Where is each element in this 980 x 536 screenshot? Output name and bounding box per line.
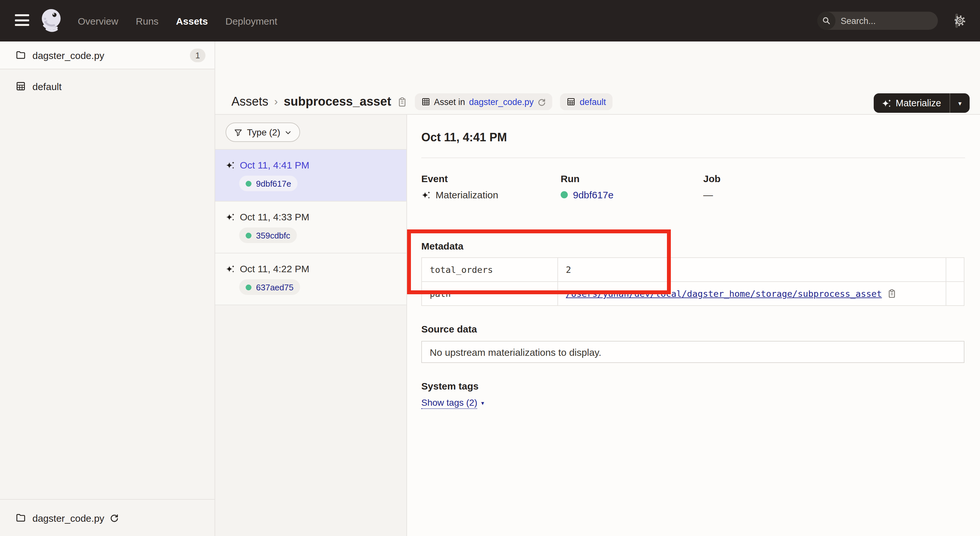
- sidebar-item-group-default[interactable]: default: [0, 75, 215, 97]
- asset-in-prefix: Asset in: [434, 97, 465, 107]
- top-nav: Overview Runs Assets Deployment /: [0, 0, 980, 41]
- events-list-panel: Type (2) Oct 11, 4:41 PM 9dbf617e: [215, 115, 407, 536]
- sidebar-footer-label: dagster_code.py: [32, 512, 104, 523]
- run-id-link[interactable]: 359cdbfc: [256, 231, 290, 240]
- sidebar-item-code-location[interactable]: dagster_code.py 1: [0, 41, 215, 69]
- event-row[interactable]: Oct 11, 4:33 PM 359cdbfc: [215, 202, 406, 253]
- run-id-link[interactable]: 9dbf617e: [256, 178, 291, 188]
- event-timestamp[interactable]: Oct 11, 4:33 PM: [240, 211, 310, 222]
- materialization-sparkle-icon: [226, 264, 235, 273]
- sidebar-footer-code-location[interactable]: dagster_code.py: [0, 499, 215, 536]
- breadcrumb-separator: ›: [274, 95, 278, 108]
- asset-group-icon: [16, 81, 26, 91]
- nav-item-deployment[interactable]: Deployment: [226, 15, 277, 26]
- event-timestamp[interactable]: Oct 11, 4:41 PM: [240, 159, 310, 170]
- metadata-heading: Metadata: [421, 240, 463, 251]
- materialize-split-button: Materialize ▾: [874, 93, 970, 113]
- sidebar: dagster_code.py 1 default dagster_code.p…: [0, 41, 215, 536]
- materialization-sparkle-icon: [226, 212, 235, 221]
- run-success-dot: [246, 284, 251, 290]
- job-value: —: [703, 189, 713, 200]
- breadcrumb-assets-link[interactable]: Assets: [231, 95, 268, 109]
- page-title-asset-name: subprocess_asset: [283, 95, 391, 109]
- table-row: path /Users/yuhan/dev/local/dagster_home…: [422, 282, 964, 305]
- asset-group-tag: default: [560, 93, 612, 110]
- dagster-app: Overview Runs Assets Deployment / dagste…: [0, 0, 980, 536]
- type-filter-button[interactable]: Type (2): [226, 122, 301, 142]
- group-default-link[interactable]: default: [580, 97, 606, 107]
- search-icon: [817, 12, 835, 30]
- system-tags-heading: System tags: [421, 380, 479, 391]
- run-success-dot: [246, 232, 251, 238]
- filter-funnel-icon: [234, 128, 242, 137]
- nav-item-runs[interactable]: Runs: [136, 15, 159, 26]
- show-tags-toggle[interactable]: Show tags (2) ▾: [421, 397, 484, 409]
- sidebar-group-label: default: [32, 81, 62, 92]
- event-row[interactable]: Oct 11, 4:22 PM 637aed75: [215, 253, 406, 305]
- dagster-logo[interactable]: [37, 6, 67, 36]
- grid-icon: [421, 97, 430, 106]
- nav-item-assets[interactable]: Assets: [176, 15, 208, 26]
- metadata-key: path: [422, 282, 558, 305]
- materialize-dropdown-button[interactable]: ▾: [950, 93, 970, 113]
- event-type-text: Materialization: [436, 189, 498, 200]
- run-id-pill[interactable]: 9dbf617e: [239, 176, 298, 191]
- search-input[interactable]: [835, 16, 955, 25]
- metadata-extra-cell: [946, 258, 964, 281]
- event-type-value: Materialization: [421, 189, 498, 200]
- event-detail-title: Oct 11, 4:41 PM: [421, 131, 507, 145]
- metadata-value: /Users/yuhan/dev/local/dagster_home/stor…: [558, 282, 946, 305]
- code-location-link[interactable]: dagster_code.py: [469, 97, 534, 107]
- event-detail-panel: Oct 11, 4:41 PM Event Run Job Materializ…: [408, 115, 980, 536]
- show-tags-label: Show tags (2): [421, 397, 477, 409]
- run-id-link[interactable]: 637aed75: [256, 282, 294, 292]
- refresh-icon[interactable]: [538, 97, 546, 106]
- materialize-button[interactable]: Materialize: [874, 93, 950, 113]
- materialization-sparkle-icon: [421, 190, 430, 199]
- copy-path-icon[interactable]: [887, 288, 896, 299]
- job-column-label: Job: [703, 173, 721, 184]
- run-column-label: Run: [561, 173, 579, 184]
- folder-icon: [16, 50, 26, 60]
- run-value: 9dbf617e: [561, 189, 614, 200]
- metadata-table: total_orders 2 path /Users/yuhan/dev/loc…: [421, 257, 964, 306]
- path-link[interactable]: /Users/yuhan/dev/local/dagster_home/stor…: [566, 288, 882, 299]
- search-box[interactable]: /: [817, 12, 938, 30]
- filter-bar: Type (2): [215, 115, 406, 150]
- event-timestamp[interactable]: Oct 11, 4:22 PM: [240, 263, 310, 274]
- source-data-empty-box: No upstream materializations to display.: [421, 341, 964, 363]
- source-data-heading: Source data: [421, 323, 477, 334]
- nav-item-overview[interactable]: Overview: [78, 15, 118, 26]
- asset-location-tag: Asset in dagster_code.py: [415, 93, 552, 110]
- table-row: total_orders 2: [422, 258, 964, 282]
- sparkle-icon: [881, 98, 891, 108]
- materialize-label: Materialize: [896, 98, 941, 108]
- run-success-dot: [561, 191, 568, 198]
- copy-asset-name-icon[interactable]: [397, 96, 407, 107]
- run-success-dot: [246, 180, 251, 186]
- type-filter-label: Type (2): [247, 127, 280, 137]
- gear-icon[interactable]: [954, 15, 966, 27]
- reload-icon[interactable]: [110, 513, 119, 522]
- sidebar-code-file-label: dagster_code.py: [32, 49, 104, 60]
- breadcrumb: Assets › subprocess_asset Asset in dagst…: [231, 93, 612, 110]
- asset-page-header: Assets › subprocess_asset Asset in dagst…: [215, 41, 980, 115]
- materialization-sparkle-icon: [226, 161, 235, 170]
- metadata-extra-cell: [946, 282, 964, 305]
- folder-icon: [16, 513, 26, 523]
- caret-down-icon: ▾: [481, 400, 484, 406]
- event-row[interactable]: Oct 11, 4:41 PM 9dbf617e: [215, 150, 406, 202]
- divider: [421, 157, 965, 158]
- nav-links: Overview Runs Assets Deployment: [78, 0, 277, 41]
- run-id-pill[interactable]: 637aed75: [239, 279, 300, 295]
- metadata-key: total_orders: [422, 258, 558, 281]
- run-id-link[interactable]: 9dbf617e: [573, 189, 614, 200]
- run-id-pill[interactable]: 359cdbfc: [239, 227, 297, 243]
- asset-count-badge: 1: [190, 48, 205, 62]
- chevron-down-icon: [285, 129, 292, 136]
- metadata-value: 2: [558, 258, 946, 281]
- hamburger-menu-icon[interactable]: [15, 14, 29, 27]
- asset-group-icon: [567, 97, 576, 106]
- event-column-label: Event: [421, 173, 448, 184]
